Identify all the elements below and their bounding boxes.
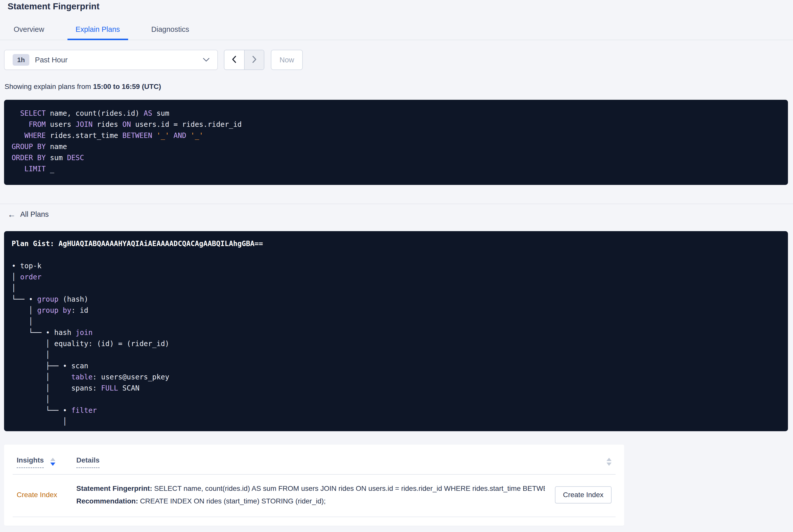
tab-diagnostics[interactable]: Diagnostics <box>143 25 197 40</box>
time-controls: 1h Past Hour Now <box>4 50 789 70</box>
insights-card: Insights Details Create Index Statement … <box>4 444 624 526</box>
time-range-label: Past Hour <box>35 56 68 64</box>
showing-prefix: Showing explain plans from <box>4 82 93 91</box>
plan-gist-block: Plan Gist: AgHUAQIABQAAAAHYAQIAiAEAAAADC… <box>4 231 788 431</box>
insight-details: Statement Fingerprint: SELECT name, coun… <box>76 482 545 508</box>
showing-range-text: Showing explain plans from 15:00 to 16:5… <box>4 82 793 91</box>
chevron-right-icon <box>250 55 258 65</box>
column-header-details[interactable]: Details <box>76 456 99 468</box>
arrow-left-icon: ← <box>7 210 16 218</box>
time-range-badge: 1h <box>13 54 29 66</box>
section-divider <box>0 204 793 204</box>
all-plans-link[interactable]: ← All Plans <box>7 210 49 218</box>
now-button[interactable]: Now <box>271 50 303 70</box>
detail-statement-fingerprint: Statement Fingerprint: SELECT name, coun… <box>76 482 545 495</box>
next-time-button[interactable] <box>244 50 264 70</box>
insight-type-label: Create Index <box>17 491 76 499</box>
time-range-select[interactable]: 1h Past Hour <box>4 50 218 70</box>
column-header-insights[interactable]: Insights <box>17 456 44 468</box>
time-nav-group <box>224 50 264 70</box>
tab-overview[interactable]: Overview <box>5 25 52 40</box>
prev-time-button[interactable] <box>224 50 244 70</box>
chevron-down-icon <box>203 58 210 62</box>
detail-recommendation: Recommendation: CREATE INDEX ON rides (s… <box>76 495 545 508</box>
showing-range: 15:00 to 16:59 (UTC) <box>93 82 161 91</box>
create-index-button[interactable]: Create Index <box>555 486 611 504</box>
tab-explain-plans[interactable]: Explain Plans <box>68 25 128 40</box>
tab-bar: Overview Explain Plans Diagnostics <box>0 25 793 40</box>
sql-statement-block: SELECT name, count(rides.id) AS sum FROM… <box>4 100 788 185</box>
chevron-left-icon <box>230 55 238 65</box>
page-title: Statement Fingerprint <box>0 0 793 12</box>
insights-table-header: Insights Details <box>13 444 616 475</box>
sort-icon-details[interactable] <box>606 458 611 466</box>
sort-icon-insights[interactable] <box>50 458 55 466</box>
all-plans-label: All Plans <box>20 210 49 218</box>
table-row: Create Index Statement Fingerprint: SELE… <box>13 475 616 517</box>
